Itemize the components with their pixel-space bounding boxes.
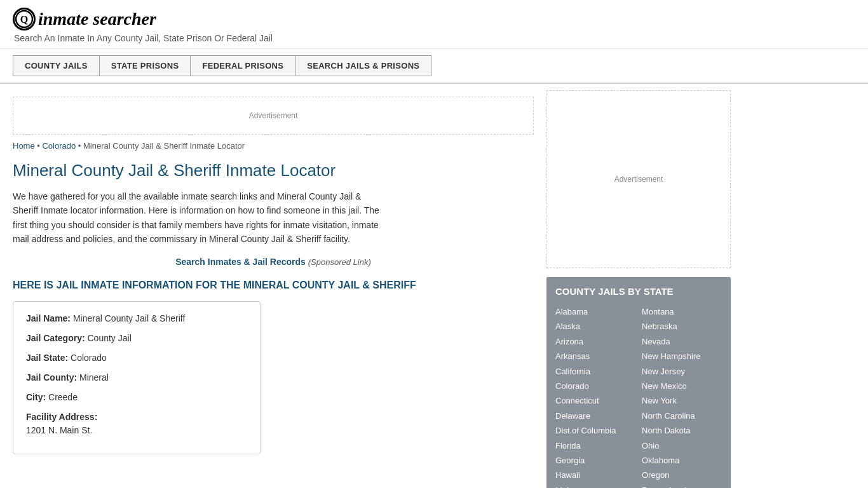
states-col2: MontanaNebraskaNevadaNew HampshireNew Je… xyxy=(642,304,722,488)
state-link[interactable]: Alabama xyxy=(555,304,635,319)
state-link[interactable]: New Jersey xyxy=(642,364,722,379)
jail-name-value: Mineral County Jail & Sheriff xyxy=(73,313,185,323)
jail-state-label: Jail State: xyxy=(26,353,68,363)
content-area: Advertisement Home • Colorado • Mineral … xyxy=(0,84,546,488)
page-title: Mineral County Jail & Sheriff Inmate Loc… xyxy=(13,161,534,180)
header: Q inmate searcher Search An Inmate In An… xyxy=(0,0,868,49)
state-link[interactable]: Oklahoma xyxy=(642,453,722,468)
state-link[interactable]: Idaho xyxy=(555,483,635,488)
state-link[interactable]: New Hampshire xyxy=(642,349,722,363)
jail-address-row: Facility Address: 1201 N. Main St. xyxy=(26,410,247,437)
state-link[interactable]: Connecticut xyxy=(555,393,635,408)
breadcrumb-home[interactable]: Home xyxy=(13,141,35,151)
state-box: COUNTY JAILS BY STATE AlabamaAlaskaArizo… xyxy=(546,277,731,488)
state-link[interactable]: Dist.of Columbia xyxy=(555,423,635,438)
breadcrumb-state[interactable]: Colorado xyxy=(42,141,76,151)
jail-address-label: Facility Address: xyxy=(26,412,97,422)
state-link[interactable]: Arkansas xyxy=(555,349,635,363)
jail-category-value: County Jail xyxy=(87,333,131,343)
state-link[interactable]: Colorado xyxy=(555,379,635,393)
states-grid: AlabamaAlaskaArizonaArkansasCaliforniaCo… xyxy=(555,304,722,488)
jail-city-label: City: xyxy=(26,392,46,402)
logo-area: Q inmate searcher xyxy=(13,8,855,30)
svg-text:Q: Q xyxy=(20,14,28,25)
jail-address-value: 1201 N. Main St. xyxy=(26,424,247,437)
jail-state-value: Colorado xyxy=(71,353,107,363)
sidebar: Advertisement COUNTY JAILS BY STATE Alab… xyxy=(546,84,743,488)
breadcrumb: Home • Colorado • Mineral County Jail & … xyxy=(13,141,534,151)
state-link[interactable]: North Dakota xyxy=(642,423,722,438)
state-link[interactable]: Arizona xyxy=(555,334,635,349)
state-link[interactable]: Florida xyxy=(555,438,635,453)
jail-name-label: Jail Name: xyxy=(26,313,71,323)
state-link[interactable]: Alaska xyxy=(555,319,635,334)
state-link[interactable]: Pennsylvania xyxy=(642,483,722,488)
state-prisons-button[interactable]: STATE PRISONS xyxy=(99,55,191,76)
sponsored-label: (Sponsored Link) xyxy=(308,257,371,267)
state-link[interactable]: Montana xyxy=(642,304,722,319)
state-link[interactable]: Delaware xyxy=(555,409,635,423)
jail-category-label: Jail Category: xyxy=(26,333,85,343)
jail-city-value: Creede xyxy=(48,392,78,402)
main-layout: Advertisement Home • Colorado • Mineral … xyxy=(0,84,868,488)
state-link[interactable]: New York xyxy=(642,393,722,408)
navbar: COUNTY JAILS STATE PRISONS FEDERAL PRISO… xyxy=(0,49,868,84)
state-link[interactable]: New Mexico xyxy=(642,379,722,393)
sidebar-ad: Advertisement xyxy=(546,90,731,268)
state-link[interactable]: California xyxy=(555,364,635,379)
jail-county-value: Mineral xyxy=(79,372,109,383)
search-inmates-link[interactable]: Search Inmates & Jail Records xyxy=(175,257,306,267)
info-box: Jail Name: Mineral County Jail & Sheriff… xyxy=(13,301,261,454)
states-col1: AlabamaAlaskaArizonaArkansasCaliforniaCo… xyxy=(555,304,635,488)
jail-county-row: Jail County: Mineral xyxy=(26,371,247,384)
top-ad: Advertisement xyxy=(13,97,534,135)
state-link[interactable]: Ohio xyxy=(642,438,722,453)
state-link[interactable]: Nevada xyxy=(642,334,722,349)
logo-text: inmate searcher xyxy=(38,9,156,29)
jail-category-row: Jail Category: County Jail xyxy=(26,332,247,345)
state-link[interactable]: Nebraska xyxy=(642,319,722,334)
state-link[interactable]: Georgia xyxy=(555,453,635,468)
description: We have gathered for you all the availab… xyxy=(13,189,388,247)
federal-prisons-button[interactable]: FEDERAL PRISONS xyxy=(190,55,295,76)
jail-city-row: City: Creede xyxy=(26,391,247,404)
state-link[interactable]: North Carolina xyxy=(642,409,722,423)
state-link[interactable]: Oregon xyxy=(642,468,722,482)
info-heading: HERE IS JAIL INMATE INFORMATION FOR THE … xyxy=(13,280,534,291)
state-link[interactable]: Hawaii xyxy=(555,468,635,482)
logo-icon: Q xyxy=(13,8,36,30)
search-link-area: Search Inmates & Jail Records (Sponsored… xyxy=(13,257,534,267)
jail-state-row: Jail State: Colorado xyxy=(26,351,247,365)
breadcrumb-current: Mineral County Jail & Sheriff Inmate Loc… xyxy=(83,141,245,151)
county-jails-button[interactable]: COUNTY JAILS xyxy=(13,55,100,76)
jail-name-row: Jail Name: Mineral County Jail & Sheriff xyxy=(26,312,247,325)
state-box-title: COUNTY JAILS BY STATE xyxy=(555,286,722,297)
jail-county-label: Jail County: xyxy=(26,372,77,383)
tagline: Search An Inmate In Any County Jail, Sta… xyxy=(14,33,855,43)
search-jails-button[interactable]: SEARCH JAILS & PRISONS xyxy=(295,55,431,76)
